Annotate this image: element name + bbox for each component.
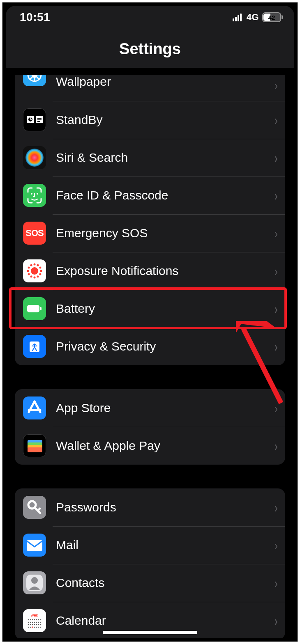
settings-row-wallpaper[interactable]: Wallpaper› (15, 75, 285, 101)
svg-line-41 (38, 509, 40, 511)
nav-bar: Settings (6, 29, 294, 68)
svg-text:WED: WED (31, 614, 39, 617)
sos-icon: SOS (23, 222, 46, 245)
chevron-right-icon: › (274, 188, 283, 204)
network-label: 4G (247, 12, 259, 23)
svg-point-62 (28, 624, 29, 626)
settings-row-wallet[interactable]: Wallet & Apple Pay› (15, 427, 285, 465)
row-label: Exposure Notifications (56, 264, 272, 278)
battery-icon (23, 297, 46, 320)
home-indicator[interactable] (103, 631, 197, 634)
svg-point-50 (32, 619, 33, 621)
svg-point-59 (36, 622, 37, 623)
svg-point-22 (37, 275, 39, 277)
wallpaper-icon (23, 75, 46, 86)
settings-row-exposure[interactable]: Exposure Notifications› (15, 252, 285, 290)
row-label: Siri & Search (56, 151, 272, 165)
settings-row-standby[interactable]: StandBy› (15, 101, 285, 139)
chevron-right-icon: › (274, 112, 283, 128)
svg-point-15 (31, 193, 32, 195)
svg-point-60 (38, 622, 39, 623)
svg-point-51 (34, 619, 35, 621)
status-right: 4G 42 (233, 12, 283, 23)
calendar-icon: WED (23, 609, 46, 632)
svg-point-14 (25, 149, 44, 167)
svg-point-26 (27, 270, 29, 272)
svg-point-56 (30, 622, 31, 623)
chevron-right-icon: › (274, 150, 283, 166)
exposure-icon (23, 259, 46, 282)
status-bar: 10:51 4G 42 (6, 6, 294, 29)
svg-point-49 (30, 619, 31, 621)
svg-point-31 (39, 267, 41, 269)
chevron-right-icon: › (274, 301, 283, 317)
row-label: Emergency SOS (56, 226, 272, 240)
svg-point-63 (30, 624, 31, 626)
settings-row-faceid[interactable]: Face ID & Passcode› (15, 176, 285, 214)
svg-point-66 (36, 624, 37, 626)
svg-point-53 (38, 619, 39, 621)
svg-point-57 (32, 622, 33, 623)
svg-point-52 (36, 619, 37, 621)
settings-group: Passwords›Mail›Contacts›WEDCalendar› (15, 488, 285, 638)
chevron-right-icon: › (274, 613, 283, 629)
svg-point-19 (31, 267, 38, 275)
chevron-right-icon: › (274, 400, 283, 416)
svg-point-25 (28, 273, 30, 275)
status-time: 10:51 (20, 11, 50, 24)
siri-icon (23, 146, 46, 169)
svg-rect-33 (40, 307, 42, 310)
settings-row-mail[interactable]: Mail› (15, 526, 285, 564)
svg-point-24 (30, 275, 32, 277)
settings-row-privacy[interactable]: Privacy & Security› (15, 328, 285, 365)
settings-row-sos[interactable]: SOSEmergency SOS› (15, 214, 285, 252)
contacts-icon (23, 571, 46, 594)
page-title: Settings (6, 40, 294, 58)
svg-rect-42 (27, 540, 42, 551)
svg-point-30 (37, 264, 39, 266)
appstore-icon (23, 396, 46, 419)
settings-row-siri[interactable]: Siri & Search› (15, 139, 285, 176)
row-label: Wallet & Apple Pay (56, 439, 272, 453)
svg-point-54 (40, 619, 42, 621)
faceid-icon (23, 184, 46, 207)
svg-point-75 (40, 627, 42, 628)
svg-point-55 (28, 622, 29, 623)
row-label: Mail (56, 538, 272, 552)
settings-row-appstore[interactable]: App Store› (15, 389, 285, 427)
svg-point-28 (30, 264, 32, 266)
settings-group: Wallpaper›StandBy›Siri & Search›Face ID … (15, 75, 285, 365)
svg-point-27 (28, 267, 30, 269)
settings-scroll[interactable]: Wallpaper›StandBy›Siri & Search›Face ID … (6, 75, 294, 638)
svg-point-58 (34, 622, 35, 623)
svg-point-48 (28, 619, 29, 621)
svg-point-64 (32, 624, 33, 626)
privacy-icon (23, 335, 46, 358)
svg-point-68 (40, 624, 42, 626)
row-label: Passwords (56, 500, 272, 514)
row-label: Contacts (56, 576, 272, 590)
svg-point-76 (32, 626, 33, 628)
svg-point-16 (37, 193, 38, 195)
row-label: Privacy & Security (56, 339, 272, 353)
settings-row-contacts[interactable]: Contacts› (15, 564, 285, 602)
chevron-right-icon: › (274, 225, 283, 241)
svg-point-73 (36, 627, 37, 628)
svg-point-21 (39, 273, 41, 275)
wallet-icon (23, 434, 46, 457)
svg-point-69 (28, 627, 29, 628)
svg-point-29 (34, 264, 36, 266)
chevron-right-icon: › (274, 438, 283, 454)
svg-point-20 (40, 270, 42, 272)
svg-point-70 (30, 627, 31, 628)
battery-indicator: 42 (262, 12, 283, 22)
row-label: Calendar (56, 614, 272, 628)
settings-row-battery[interactable]: Battery› (15, 290, 285, 328)
passwords-icon (23, 496, 46, 519)
svg-point-61 (40, 622, 42, 623)
chevron-right-icon: › (274, 263, 283, 279)
svg-point-65 (34, 624, 35, 626)
settings-row-passwords[interactable]: Passwords› (15, 488, 285, 526)
row-label: StandBy (56, 113, 272, 127)
svg-point-67 (38, 624, 39, 626)
